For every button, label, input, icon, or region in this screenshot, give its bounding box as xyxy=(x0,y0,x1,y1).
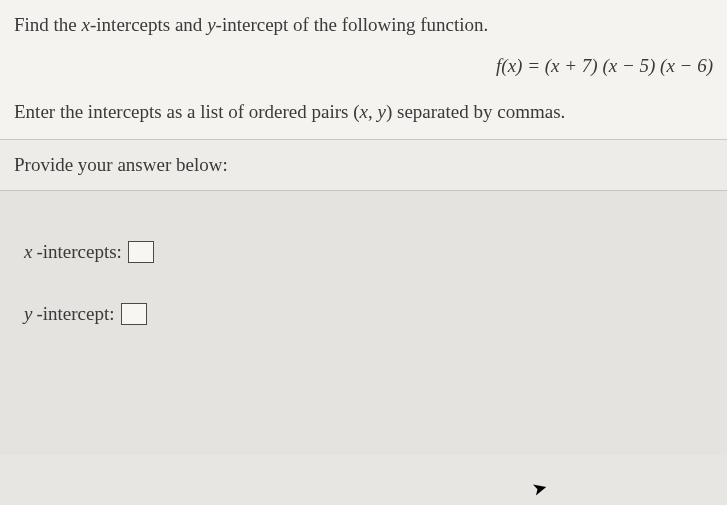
equation-rhs: (x + 7) (x − 5) (x − 6) xyxy=(545,55,713,76)
prompt-mid1: -intercepts and xyxy=(90,14,207,35)
equation-display: f(x) = (x + 7) (x − 5) (x − 6) xyxy=(0,47,727,89)
prompt-prefix: Find the xyxy=(14,14,82,35)
y-variable: y xyxy=(207,14,215,35)
y-intercept-row: y -intercept: xyxy=(24,303,703,325)
instruction-suffix: ) separated by commas. xyxy=(386,101,565,122)
equation-lhs: f(x) = xyxy=(496,55,545,76)
instruction-prefix: Enter the intercepts as a list of ordere… xyxy=(14,101,360,122)
y-intercept-var: y xyxy=(24,303,32,325)
question-prompt: Find the x-intercepts and y-intercept of… xyxy=(0,0,727,47)
x-intercepts-input[interactable] xyxy=(128,241,154,263)
instruction-text: Enter the intercepts as a list of ordere… xyxy=(0,89,727,140)
cursor-icon: ➤ xyxy=(529,475,549,500)
x-intercepts-var: x xyxy=(24,241,32,263)
y-intercept-input[interactable] xyxy=(121,303,147,325)
x-variable: x xyxy=(82,14,90,35)
y-intercept-label: -intercept: xyxy=(36,303,114,325)
x-intercepts-label: -intercepts: xyxy=(36,241,121,263)
pair-x: x xyxy=(360,101,368,122)
answer-header: Provide your answer below: xyxy=(0,140,727,191)
answer-area: x -intercepts: y -intercept: xyxy=(0,191,727,455)
answer-header-text: Provide your answer below: xyxy=(14,154,228,175)
pair-sep: , xyxy=(368,101,378,122)
x-intercepts-row: x -intercepts: xyxy=(24,241,703,263)
question-section: Find the x-intercepts and y-intercept of… xyxy=(0,0,727,140)
pair-y: y xyxy=(378,101,386,122)
prompt-mid2: -intercept of the following function. xyxy=(216,14,489,35)
